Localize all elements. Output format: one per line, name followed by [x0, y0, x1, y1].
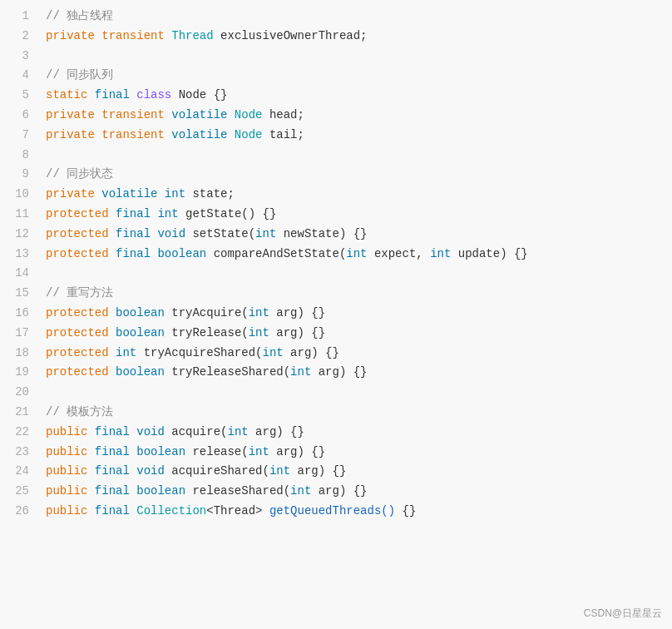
code-token: boolean — [136, 484, 185, 498]
code-viewer: 1// 独占线程2private transient Thread exclus… — [0, 0, 672, 629]
line-number: 20 — [0, 383, 39, 403]
table-row: 4// 同步队列 — [0, 66, 672, 86]
code-token: int — [430, 247, 451, 260]
code-token: expect, — [368, 247, 431, 260]
code-token: arg) {} — [311, 365, 367, 379]
line-code: private volatile int state; — [39, 185, 672, 205]
code-token: final — [87, 484, 136, 498]
line-code — [39, 146, 672, 166]
code-token: public — [46, 445, 87, 458]
line-code: protected final void setState(int newSta… — [39, 225, 672, 245]
code-token: public — [46, 425, 87, 438]
code-token: public — [46, 504, 87, 518]
table-row: 5static final class Node {} — [0, 86, 672, 106]
code-token: public — [46, 464, 87, 478]
table-row: 11protected final int getState() {} — [0, 205, 672, 225]
code-token: head; — [262, 108, 304, 121]
code-token: Thread — [171, 29, 213, 42]
code-token: tryRelease( — [171, 326, 248, 339]
code-token: {} — [395, 504, 416, 518]
line-number: 4 — [0, 66, 39, 86]
line-number: 8 — [0, 146, 39, 166]
code-token: tail; — [262, 128, 304, 141]
code-token: arg) {} — [269, 306, 325, 319]
code-token: volatile — [171, 128, 227, 141]
table-row: 12protected final void setState(int newS… — [0, 225, 672, 245]
code-token: Node {} — [171, 88, 227, 102]
code-token: int — [249, 445, 269, 458]
code-token: setState( — [185, 227, 255, 240]
line-number: 17 — [0, 324, 39, 344]
code-token: getState() {} — [179, 207, 277, 220]
line-number: 19 — [0, 363, 39, 383]
code-token: int — [262, 346, 283, 359]
table-row: 9// 同步状态 — [0, 165, 672, 185]
code-token: private — [46, 108, 95, 121]
code-token: // 同步队列 — [46, 68, 113, 82]
line-code: public final boolean release(int arg) {} — [39, 443, 672, 463]
code-token: releaseShared( — [185, 484, 290, 498]
line-code: public final Collection<Thread> getQueue… — [39, 502, 672, 522]
code-token: arg) {} — [269, 326, 325, 339]
line-number: 22 — [0, 423, 39, 443]
line-number: 18 — [0, 344, 39, 364]
code-token: newState) {} — [276, 227, 367, 240]
code-token: // 同步状态 — [46, 167, 113, 181]
code-token: boolean — [109, 365, 172, 379]
line-number: 16 — [0, 304, 39, 324]
code-token: acquire( — [165, 425, 228, 438]
line-code: protected boolean tryReleaseShared(int a… — [39, 363, 672, 383]
code-token: update) {} — [451, 247, 527, 260]
line-number: 13 — [0, 245, 39, 265]
line-code: // 同步状态 — [39, 165, 672, 185]
line-number: 5 — [0, 86, 39, 106]
code-token: tryAcquire( — [171, 306, 248, 319]
code-token: int — [165, 187, 185, 201]
table-row: 13protected final boolean compareAndSetS… — [0, 245, 672, 265]
line-number: 11 — [0, 205, 39, 225]
line-code: static final class Node {} — [39, 86, 672, 106]
table-row: 23public final boolean release(int arg) … — [0, 443, 672, 463]
code-token: Node — [227, 128, 262, 141]
code-token: boolean — [157, 247, 206, 260]
code-token: arg) {} — [284, 346, 339, 359]
table-row: 25public final boolean releaseShared(int… — [0, 482, 672, 502]
table-row: 10private volatile int state; — [0, 185, 672, 205]
watermark: CSDN@日星星云 — [584, 607, 662, 621]
code-token: private — [46, 128, 95, 141]
table-row: 20 — [0, 383, 672, 403]
code-token: transient — [95, 108, 171, 121]
table-row: 16protected boolean tryAcquire(int arg) … — [0, 304, 672, 324]
line-number: 14 — [0, 264, 39, 284]
code-token: volatile — [95, 187, 165, 201]
code-token: int — [249, 326, 269, 339]
line-code: public final void acquireShared(int arg)… — [39, 462, 672, 482]
code-token: final — [87, 504, 136, 518]
code-token: arg) {} — [311, 484, 367, 498]
table-row: 3 — [0, 47, 672, 67]
code-token: int — [249, 306, 269, 319]
code-token: int — [255, 227, 276, 240]
code-token: boolean — [136, 445, 185, 458]
code-token: transient — [95, 128, 171, 141]
code-token: <Thread> — [206, 504, 269, 518]
code-token: int — [346, 247, 367, 260]
table-row: 21// 模板方法 — [0, 403, 672, 423]
line-number: 15 — [0, 284, 39, 304]
code-token: protected — [46, 365, 109, 379]
code-token: void — [136, 464, 165, 478]
line-code: protected final int getState() {} — [39, 205, 672, 225]
line-code: private transient volatile Node tail; — [39, 126, 672, 146]
code-token: int — [290, 484, 311, 498]
code-token: getQueuedThreads() — [269, 504, 395, 518]
table-row: 24public final void acquireShared(int ar… — [0, 462, 672, 482]
code-token: acquireShared( — [165, 464, 269, 478]
table-row: 26public final Collection<Thread> getQue… — [0, 502, 672, 522]
line-number: 24 — [0, 462, 39, 482]
code-token: public — [46, 484, 87, 498]
line-number: 21 — [0, 403, 39, 423]
code-token: state; — [185, 187, 235, 201]
line-number: 6 — [0, 106, 39, 126]
code-token: void — [157, 227, 185, 240]
code-token: release( — [185, 445, 249, 458]
